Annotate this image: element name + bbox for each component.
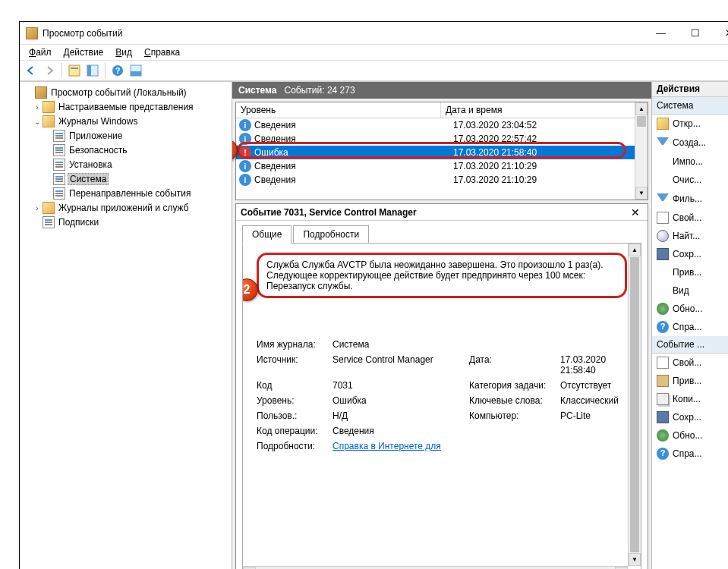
action-event-props[interactable]: Свой... xyxy=(652,354,728,372)
action-props[interactable]: Свой... xyxy=(652,209,728,227)
action-import[interactable]: Импо... xyxy=(652,152,728,171)
event-props-icon xyxy=(657,357,669,369)
action-attach[interactable]: Прив... xyxy=(652,263,728,281)
tree-forwarded[interactable]: Перенаправленные события xyxy=(21,187,230,200)
toolbar: ? xyxy=(20,60,728,81)
action-help[interactable]: ?Спра...▶ xyxy=(652,318,728,336)
props-icon xyxy=(657,212,669,224)
col-datetime[interactable]: Дата и время xyxy=(441,102,648,118)
event-row[interactable]: iСведения17.03.2020 22:57:42 xyxy=(236,132,648,146)
actions-group-system[interactable]: Система▴ xyxy=(652,97,728,115)
back-button[interactable] xyxy=(23,62,39,79)
callout-badge-2: 2 xyxy=(242,278,258,301)
menu-bar: Файл Действие Вид Справка xyxy=(20,45,728,60)
info-icon: i xyxy=(239,119,251,131)
event-row[interactable]: iСведения17.03.2020 21:10:29 xyxy=(236,173,648,187)
row-datetime: 17.03.2020 23:04:52 xyxy=(453,120,644,130)
col-level[interactable]: Уровень xyxy=(236,102,441,118)
online-help-link[interactable]: Справка в Интернете для xyxy=(332,441,441,451)
actions-panel: Действия Система▴ Откр...Созда...Импо...… xyxy=(651,82,728,569)
list-header: Уровень Дата и время xyxy=(236,102,648,118)
tree-panel[interactable]: Просмотр событий (Локальный) ›Настраивае… xyxy=(20,82,232,569)
svg-rect-7 xyxy=(131,71,141,76)
list-scrollbar[interactable]: ▲ ▼ xyxy=(635,102,648,200)
action-refresh[interactable]: Обно... xyxy=(652,300,728,318)
tree-application[interactable]: Приложение xyxy=(21,129,230,143)
detail-close-button[interactable]: ✕ xyxy=(628,206,643,218)
action-find[interactable]: Найт... xyxy=(652,227,728,245)
action-event-attach[interactable]: Прив... xyxy=(652,372,728,390)
event-description: Служба Служба AVCTP была неожиданно заве… xyxy=(257,253,627,298)
event-row[interactable]: !Ошибка17.03.2020 21:58:40 xyxy=(236,146,648,159)
tab-general[interactable]: Общие xyxy=(242,225,292,244)
menu-action[interactable]: Действие xyxy=(58,46,110,59)
tab-details[interactable]: Подробности xyxy=(293,225,369,244)
event-row[interactable]: iСведения17.03.2020 21:10:29 xyxy=(236,159,648,173)
action-save[interactable]: Сохр... xyxy=(652,245,728,263)
forward-button[interactable] xyxy=(41,62,58,79)
event-row[interactable]: iСведения17.03.2020 23:04:52 xyxy=(236,118,648,132)
maximize-button[interactable]: ☐ xyxy=(678,22,712,44)
tree-setup[interactable]: Установка xyxy=(21,158,230,171)
svg-rect-0 xyxy=(69,65,80,76)
row-level: Сведения xyxy=(254,134,453,144)
import-icon xyxy=(657,156,669,168)
action-event-refresh[interactable]: Обно... xyxy=(652,426,728,445)
action-label: Созда... xyxy=(673,137,728,148)
menu-file[interactable]: Файл xyxy=(23,46,58,59)
row-datetime: 17.03.2020 22:57:42 xyxy=(453,134,644,144)
row-datetime: 17.03.2020 21:58:40 xyxy=(453,147,644,158)
detail-scrollbar-h[interactable]: ◀ ▶ xyxy=(243,566,628,569)
tree-security[interactable]: Безопасность xyxy=(21,143,230,157)
action-event-save[interactable]: Сохр... xyxy=(652,408,728,426)
actions-group-event[interactable]: Событие ...▴ xyxy=(652,336,728,354)
detail-title: Событие 7031, Service Control Manager xyxy=(241,207,628,218)
action-open[interactable]: Откр... xyxy=(652,115,728,133)
action-label: Откр... xyxy=(673,118,728,129)
tree-subscriptions[interactable]: Подписки xyxy=(21,215,230,229)
action-label: Свой... xyxy=(673,212,728,223)
action-clear[interactable]: Очис... xyxy=(652,171,728,189)
svg-rect-1 xyxy=(71,68,78,69)
detail-tabs: Общие Подробности xyxy=(236,221,648,244)
close-button[interactable]: ✕ xyxy=(712,22,728,44)
refresh-icon xyxy=(657,303,669,315)
open-icon xyxy=(657,118,669,130)
row-level: Сведения xyxy=(254,174,453,185)
detail-scrollbar-v[interactable]: ▲ ▼ xyxy=(628,244,641,566)
action-view[interactable]: Вид▶ xyxy=(652,281,728,300)
action-event-help[interactable]: ?Спра...▶ xyxy=(652,445,728,463)
action-filter[interactable]: Филь... xyxy=(652,189,728,209)
action-event-copy[interactable]: Копи...▶ xyxy=(652,390,728,408)
action-label: Сохр... xyxy=(673,412,728,423)
row-level: Ошибка xyxy=(254,147,453,158)
minimize-button[interactable]: — xyxy=(644,22,678,44)
row-datetime: 17.03.2020 21:10:29 xyxy=(453,161,644,171)
preview-button[interactable] xyxy=(128,62,144,79)
menu-view[interactable]: Вид xyxy=(109,46,138,59)
info-icon: i xyxy=(239,160,251,172)
menu-help[interactable]: Справка xyxy=(138,46,186,59)
tree-root[interactable]: Просмотр событий (Локальный) xyxy=(21,86,230,99)
event-save-icon xyxy=(657,411,669,423)
action-label: Прив... xyxy=(673,376,728,386)
svg-text:?: ? xyxy=(115,66,121,75)
properties-button[interactable] xyxy=(84,62,101,79)
app-icon xyxy=(26,27,38,39)
action-label: Филь... xyxy=(673,193,728,204)
tab-body: 2 Служба Служба AVCTP была неожиданно за… xyxy=(242,243,641,569)
tree-custom-views[interactable]: ›Настраиваемые представления xyxy=(21,100,230,114)
action-create[interactable]: Созда... xyxy=(652,133,728,152)
tree-system[interactable]: Система xyxy=(21,172,230,186)
tree-app-services[interactable]: ›Журналы приложений и служб xyxy=(21,201,230,215)
show-tree-button[interactable] xyxy=(66,62,83,79)
row-level: Сведения xyxy=(254,120,453,130)
event-properties: Имя журнала:Система Источник:Service Con… xyxy=(257,339,627,451)
action-label: Вид xyxy=(673,285,728,296)
find-icon xyxy=(657,230,669,242)
help-button[interactable]: ? xyxy=(109,62,126,79)
help-icon: ? xyxy=(657,321,669,333)
tree-windows-logs[interactable]: ⌄Журналы Windows xyxy=(21,115,230,128)
event-copy-icon xyxy=(657,393,669,405)
title-bar: Просмотр событий — ☐ ✕ xyxy=(20,22,728,45)
